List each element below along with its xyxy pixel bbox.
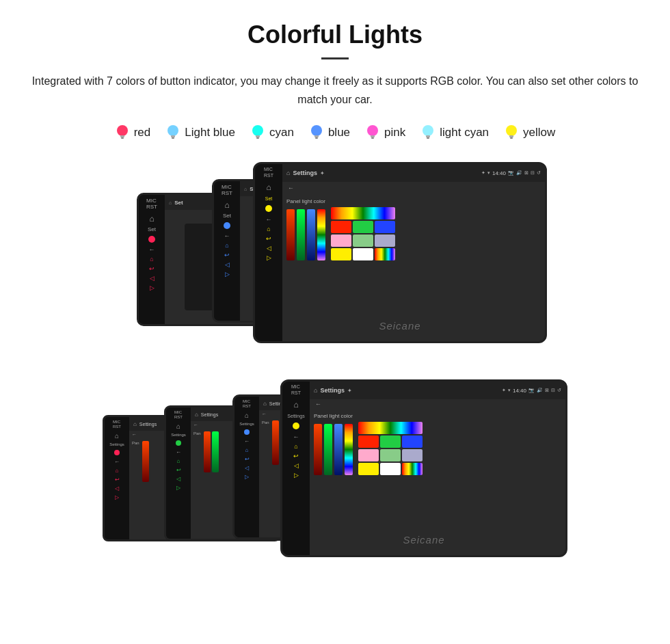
svg-rect-5	[172, 137, 174, 139]
panel-label: Panel light color	[286, 198, 395, 204]
svg-point-9	[311, 125, 322, 136]
svg-rect-8	[256, 137, 259, 139]
color-item-blue: blue	[309, 124, 350, 142]
color-row: red Light blue cyan	[27, 124, 643, 142]
description-text: Integrated with 7 colors of button indic…	[27, 72, 643, 109]
pink-bulb-icon	[365, 124, 380, 142]
color-item-pink: pink	[365, 124, 405, 142]
color-label-red: red	[134, 126, 151, 139]
bot-screen-4: MICRST ⌂ Settings ← ⌂ ↩ ◁ ▷ ⌂	[280, 379, 567, 557]
color-item-cyan: cyan	[250, 124, 294, 142]
svg-point-18	[506, 125, 517, 136]
page-title: Colorful Lights	[27, 21, 643, 49]
svg-point-6	[252, 125, 263, 136]
color-label-cyan: cyan	[269, 126, 294, 139]
blue-bulb-icon	[309, 124, 324, 142]
lightcyan-bulb-icon	[420, 124, 436, 142]
svg-rect-20	[510, 137, 513, 139]
svg-rect-17	[427, 137, 429, 139]
color-item-lightcyan: light cyan	[420, 124, 489, 142]
svg-point-12	[367, 125, 378, 136]
svg-rect-2	[121, 137, 124, 139]
svg-rect-16	[426, 135, 430, 137]
bottom-screens-wrapper: MICRST ⌂ Settings ← ⌂ ↩ ◁ ▷ ⌂ Settings	[103, 379, 567, 574]
color-label-yellow: yellow	[523, 126, 555, 139]
color-label-blue: blue	[328, 126, 350, 139]
svg-rect-19	[509, 135, 513, 137]
cyan-bulb-icon	[250, 124, 265, 142]
color-item-red: red	[115, 124, 151, 142]
svg-rect-10	[314, 135, 319, 137]
top-screen-3: MICRST ⌂ Set ← ⌂ ↩ ◁ ▷ ⌂	[253, 162, 547, 343]
svg-rect-14	[371, 137, 374, 139]
top-screens-wrapper: MICRST ⌂ Set ← ⌂ ↩ ◁ ▷ ⌂ Set	[123, 162, 547, 360]
svg-point-15	[423, 125, 433, 136]
svg-rect-7	[256, 135, 260, 137]
bottom-screens-group: MICRST ⌂ Settings ← ⌂ ↩ ◁ ▷ ⌂ Settings	[27, 379, 643, 574]
page-container: Colorful Lights Integrated with 7 colors…	[0, 0, 670, 621]
title-divider	[321, 57, 349, 59]
color-label-lightcyan: light cyan	[440, 126, 489, 139]
top-screens-group: MICRST ⌂ Set ← ⌂ ↩ ◁ ▷ ⌂ Set	[27, 162, 643, 360]
color-label-lightblue: Light blue	[185, 126, 235, 139]
svg-point-3	[168, 125, 178, 136]
svg-rect-4	[171, 135, 175, 137]
lightblue-bulb-icon	[165, 124, 180, 142]
red-bulb-icon	[115, 124, 130, 142]
bot-panel-label: Panel light color	[314, 413, 423, 419]
color-item-yellow: yellow	[504, 124, 555, 142]
svg-rect-13	[371, 135, 375, 137]
yellow-bulb-icon	[504, 124, 519, 142]
svg-rect-1	[120, 135, 124, 137]
color-item-lightblue: Light blue	[165, 124, 235, 142]
color-label-pink: pink	[384, 126, 405, 139]
svg-point-0	[117, 125, 128, 136]
svg-rect-11	[315, 137, 318, 139]
